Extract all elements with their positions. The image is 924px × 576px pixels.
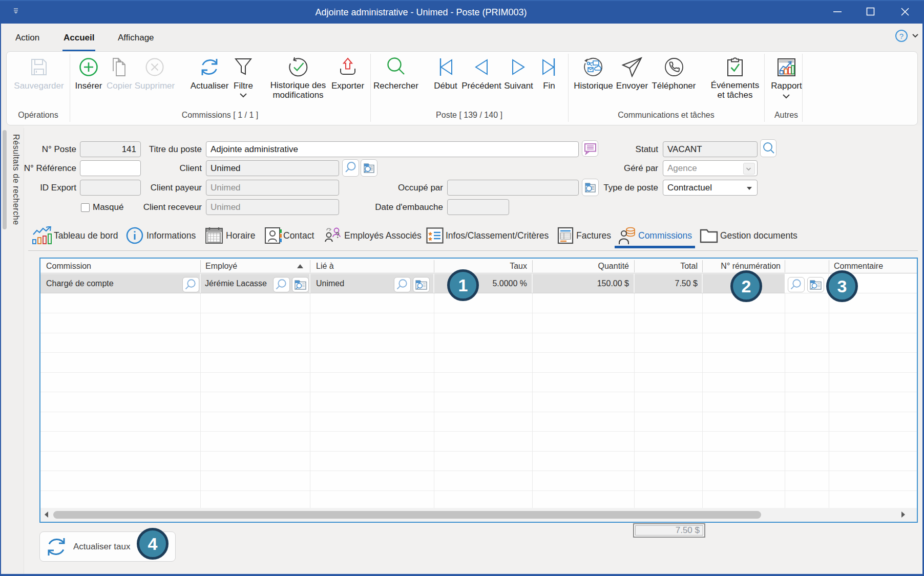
svg-text:?: ? xyxy=(899,32,904,40)
